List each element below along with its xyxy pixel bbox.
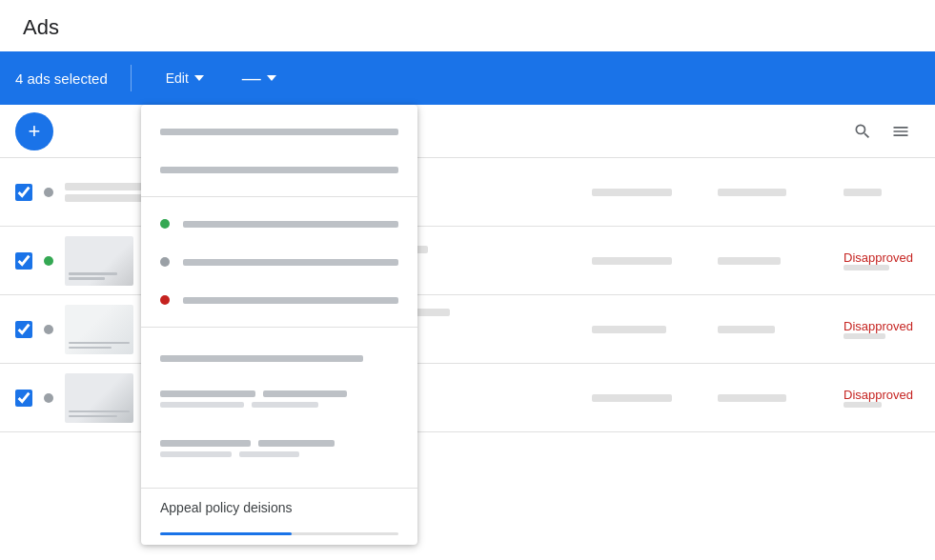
dropdown-item-status-green[interactable] <box>141 205 417 243</box>
status-dot-3 <box>44 325 53 334</box>
cell-bar <box>592 394 672 402</box>
ml-bar <box>258 440 335 447</box>
edit-chevron-icon <box>194 75 204 81</box>
cell-bar <box>718 257 781 265</box>
status-red-icon <box>160 295 170 305</box>
toolbar-divider <box>131 65 132 91</box>
disapproved-cell-4: Disapproved <box>844 388 920 408</box>
thumbnail-3 <box>65 305 133 354</box>
dropdown-item-text2[interactable] <box>141 150 417 189</box>
dropdown-item-multi2[interactable] <box>141 381 417 430</box>
menu-button[interactable] <box>882 112 920 150</box>
edit-label: Edit <box>166 70 189 86</box>
ml-bar-sm <box>160 402 244 408</box>
ml-bar <box>160 440 251 447</box>
cell-bar <box>592 326 666 333</box>
col-cell-2b <box>718 257 832 265</box>
selection-toolbar: 4 ads selected Edit — <box>0 51 935 105</box>
cell-bar <box>844 265 889 270</box>
search-button[interactable] <box>844 112 882 150</box>
row-checkbox-2[interactable] <box>15 252 32 270</box>
menu-text-bar <box>183 259 398 266</box>
cell-bar <box>718 189 786 196</box>
status-gray-icon <box>160 257 170 267</box>
status-dot-4 <box>44 393 53 403</box>
dropdown-section-3 <box>141 328 417 489</box>
add-button[interactable]: + <box>15 112 53 150</box>
dash-icon: — <box>242 68 261 90</box>
dropdown-item-text1[interactable] <box>141 112 417 150</box>
dropdown-item-multi3[interactable] <box>141 430 417 480</box>
dropdown-menu: Appeal policy deisions <box>141 105 417 545</box>
disapproved-badge-4: Disapproved <box>844 388 920 402</box>
menu-text-bar <box>160 129 398 135</box>
col-cell-4b <box>718 394 832 402</box>
thumbnail-4 <box>65 373 133 423</box>
cell-bar <box>592 189 672 196</box>
cell-bar <box>592 257 672 265</box>
edit-button[interactable]: Edit <box>154 63 215 93</box>
status-dot-2 <box>44 256 53 266</box>
menu-text-bar <box>183 297 398 304</box>
menu-text-bar <box>160 167 398 173</box>
dropdown-section-1 <box>141 105 417 197</box>
cell-bar <box>844 402 882 408</box>
ml-bar-sm <box>239 451 299 457</box>
disapproved-cell-2: Disapproved <box>844 250 920 270</box>
cell-bar <box>718 394 786 402</box>
disapproved-badge-3: Disapproved <box>844 319 920 333</box>
status-green-icon <box>160 219 170 229</box>
col-cell-3b <box>718 326 832 333</box>
search-icon <box>853 122 872 141</box>
cell-bar <box>718 326 775 333</box>
cell-bar <box>844 189 882 196</box>
multi-content-1 <box>160 355 398 362</box>
menu-text-bar <box>183 221 398 228</box>
more-actions-button[interactable]: — <box>231 60 288 97</box>
dropdown-section-2 <box>141 197 417 328</box>
col-cell-3a <box>592 326 706 333</box>
col-cell-2a <box>592 257 706 265</box>
col-cell-1a <box>592 189 706 196</box>
ml-bar <box>160 355 363 362</box>
dropdown-item-status-red[interactable] <box>141 281 417 319</box>
col-cell-1c <box>844 189 920 196</box>
table-area: + <box>0 105 935 432</box>
ml-bar-sm <box>252 402 318 408</box>
status-dot-1 <box>44 188 53 197</box>
ml-bar <box>263 390 347 397</box>
hamburger-icon <box>891 122 910 141</box>
col-cell-4a <box>592 394 706 402</box>
dropdown-item-multi1[interactable] <box>141 335 417 381</box>
page-title: Ads <box>0 0 935 51</box>
row-checkbox-4[interactable] <box>15 390 32 407</box>
disapproved-cell-3: Disapproved <box>844 319 920 339</box>
disapproved-badge-2: Disapproved <box>844 250 920 265</box>
col-cell-1b <box>718 189 832 196</box>
selection-count: 4 ads selected <box>15 70 108 87</box>
row-checkbox-1[interactable] <box>15 184 32 201</box>
cell-bar <box>844 333 885 339</box>
ml-bar-sm <box>160 451 232 457</box>
progress-bar <box>160 532 292 535</box>
row-checkbox-3[interactable] <box>15 321 32 338</box>
ml-bar <box>160 390 255 397</box>
appeal-policy-item[interactable]: Appeal policy deisions <box>141 489 417 527</box>
dropdown-item-status-gray[interactable] <box>141 243 417 281</box>
menu-progress-area <box>141 527 417 545</box>
plus-icon: + <box>29 119 41 144</box>
thumbnail-2 <box>65 236 133 286</box>
more-chevron-icon <box>267 75 276 81</box>
